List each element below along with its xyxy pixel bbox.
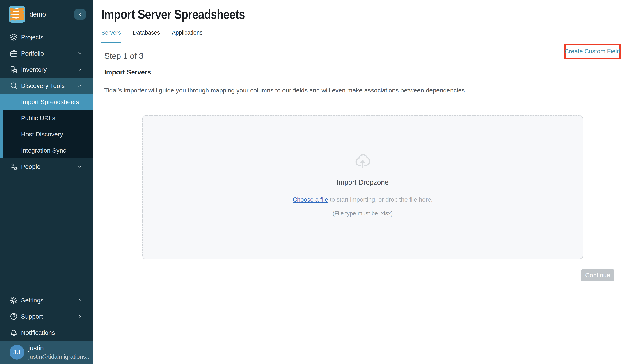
sidebar-item-label: Discovery Tools	[21, 82, 65, 89]
sidebar-subitem-integration-sync[interactable]: Integration Sync	[2, 142, 93, 158]
sidebar-item-people[interactable]: People	[0, 158, 93, 175]
gear-icon	[9, 296, 18, 304]
search-icon	[9, 81, 18, 90]
dropzone-hint-text: to start importing, or drop the file her…	[328, 196, 433, 203]
sidebar-subitem-label: Public URLs	[21, 115, 55, 122]
sidebar-subitem-import-spreadsheets[interactable]: Import Spreadsheets	[0, 94, 93, 110]
create-custom-field-link[interactable]: Create Custom Field	[565, 48, 620, 55]
sidebar-item-settings[interactable]: Settings	[0, 292, 93, 308]
sidebar-divider	[9, 28, 86, 28]
sidebar-nav: Projects Portfolio Inventory	[0, 29, 93, 175]
chevron-down-icon	[77, 164, 83, 169]
sidebar-item-notifications[interactable]: Notifications	[0, 325, 93, 341]
sidebar-item-inventory[interactable]: Inventory	[0, 61, 93, 78]
sidebar-item-label: Support	[21, 313, 43, 320]
user-meta: justin justin@tidalmigrations...	[28, 344, 91, 360]
sidebar-subitem-host-discovery[interactable]: Host Discovery	[2, 126, 93, 142]
sidebar-item-portfolio[interactable]: Portfolio	[0, 45, 93, 61]
sidebar-item-label: People	[21, 163, 40, 170]
annotation-highlight-box: Create Custom Field	[564, 44, 621, 59]
main-content: Import Server Spreadsheets Servers Datab…	[93, 0, 629, 364]
sidebar-subitem-label: Import Spreadsheets	[21, 98, 79, 106]
tab-servers[interactable]: Servers	[101, 29, 121, 43]
sidebar-item-label: Inventory	[21, 66, 47, 73]
page-title: Import Server Spreadsheets	[101, 7, 245, 22]
chevron-left-icon	[77, 11, 83, 17]
sidebar-item-label: Notifications	[21, 329, 55, 336]
chevron-down-icon	[77, 50, 83, 56]
dropzone-title: Import Dropzone	[143, 178, 583, 186]
sidebar-item-discovery-tools[interactable]: Discovery Tools	[0, 78, 93, 94]
sidebar: demo Projects Portfolio	[0, 0, 93, 364]
workspace-header: demo	[0, 0, 93, 23]
chevron-right-icon	[77, 297, 83, 303]
avatar: JU	[9, 345, 24, 360]
sidebar-item-support[interactable]: Support	[0, 308, 93, 325]
sidebar-subitem-label: Integration Sync	[21, 147, 66, 154]
step-indicator: Step 1 of 3	[104, 51, 144, 61]
help-icon	[9, 312, 18, 321]
briefcase-icon	[9, 49, 18, 58]
user-gear-icon	[9, 162, 18, 171]
sidebar-footer: Settings Support No	[0, 291, 93, 364]
sidebar-subitem-label: Host Discovery	[21, 131, 63, 138]
user-email: justin@tidalmigrations...	[28, 353, 91, 360]
chevron-down-icon	[77, 67, 83, 72]
sidebar-collapse-button[interactable]	[74, 9, 86, 20]
tab-bar: Servers Databases Applications	[101, 29, 202, 43]
cloud-upload-icon	[353, 152, 373, 170]
dropzone-hint: Choose a file to start importing, or dro…	[143, 196, 583, 203]
sidebar-divider	[9, 291, 86, 291]
discovery-tools-submenu: Public URLs Host Discovery Integration S…	[0, 110, 93, 158]
sidebar-item-projects[interactable]: Projects	[0, 29, 93, 45]
section-title: Import Servers	[104, 68, 151, 76]
chevron-right-icon	[77, 313, 83, 319]
sidebar-subitem-public-urls[interactable]: Public URLs	[2, 110, 93, 126]
continue-button[interactable]: Continue	[581, 269, 615, 281]
importer-description: Tidal’s importer will guide you through …	[104, 87, 467, 94]
sidebar-item-label: Portfolio	[21, 50, 44, 57]
layers-icon	[9, 33, 18, 41]
choose-file-link[interactable]: Choose a file	[293, 196, 328, 203]
tab-databases[interactable]: Databases	[133, 29, 160, 43]
sidebar-item-label: Settings	[21, 297, 44, 304]
user-name: justin	[28, 344, 91, 352]
user-menu[interactable]: JU justin justin@tidalmigrations...	[0, 341, 93, 364]
tab-applications[interactable]: Applications	[172, 29, 202, 43]
tidal-logo-icon	[9, 6, 25, 23]
import-dropzone[interactable]: Import Dropzone Choose a file to start i…	[142, 116, 583, 259]
workspace-name: demo	[29, 10, 74, 18]
chevron-up-icon	[77, 83, 83, 89]
sitemap-icon	[9, 65, 18, 74]
sidebar-item-label: Projects	[21, 34, 44, 41]
dropzone-filetype-note: (File type must be .xlsx)	[143, 210, 583, 217]
bell-icon	[9, 328, 18, 337]
